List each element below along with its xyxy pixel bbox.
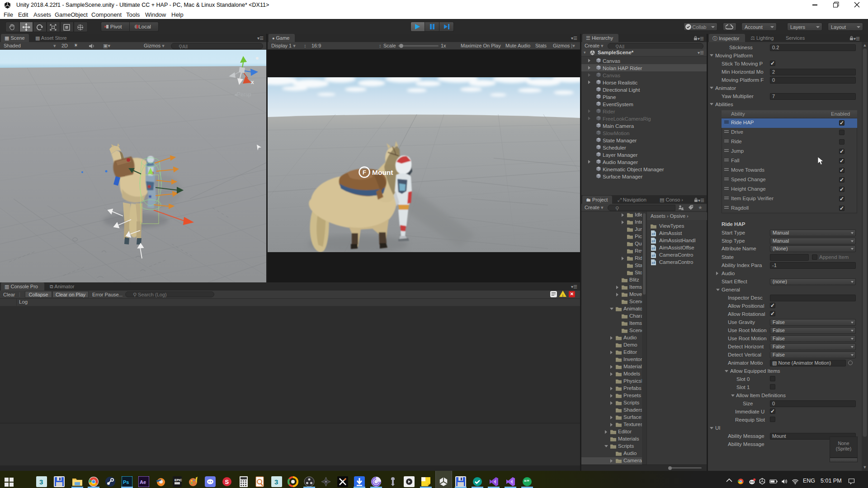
svg-text:◂Persp: ◂Persp: [234, 91, 251, 98]
svg-text:c#: c#: [652, 239, 656, 243]
svg-text:x: x: [251, 79, 254, 85]
svg-text:c#: c#: [652, 232, 656, 235]
svg-text:F: F: [363, 169, 366, 176]
svg-text:c#: c#: [652, 254, 656, 257]
svg-text:Mount: Mount: [372, 169, 393, 176]
svg-text:EPIC: EPIC: [175, 479, 182, 482]
svg-text:3: 3: [39, 478, 43, 486]
svg-text:Ae: Ae: [140, 479, 146, 485]
svg-text:“”: “”: [524, 479, 529, 485]
svg-text:c#: c#: [652, 247, 656, 250]
svg-text:c#: c#: [652, 261, 656, 264]
svg-text:S: S: [225, 479, 229, 485]
svg-text:3: 3: [274, 478, 278, 486]
svg-text:Ps: Ps: [123, 479, 129, 485]
